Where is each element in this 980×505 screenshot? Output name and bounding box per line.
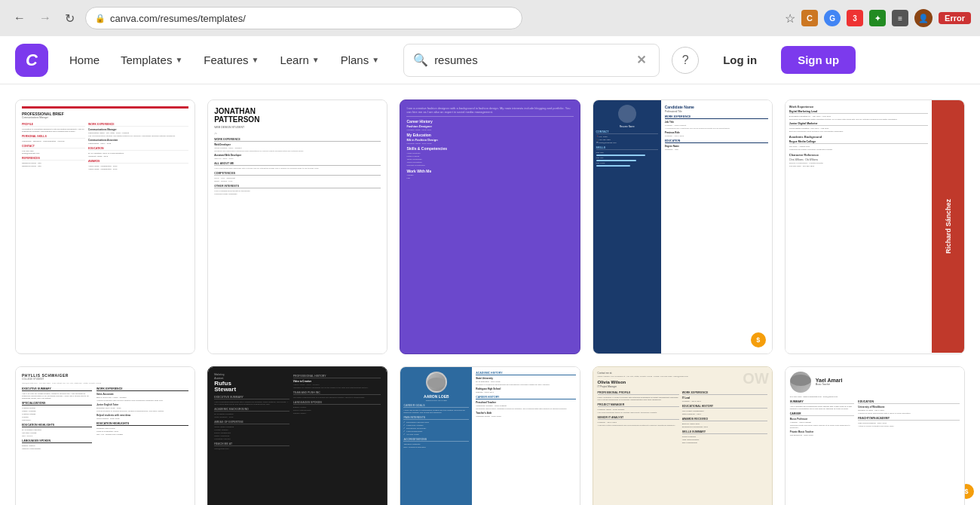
star-icon[interactable]: ☆ [785, 11, 795, 26]
template-preview: Work Experience Digital Marketing Lead B… [786, 100, 964, 353]
template-card[interactable]: AARON LOEB PRESCHOOL TEACHER Career Goal… [400, 366, 580, 506]
lock-icon: 🔒 [95, 14, 106, 23]
login-button[interactable]: Log in [708, 47, 772, 72]
template-preview: AARON LOEB PRESCHOOL TEACHER Career Goal… [400, 367, 579, 506]
nav-right: ? Log in Sign up [672, 46, 856, 74]
template-preview: JONATHANPATTERSON WEB DESIGN STUDENT /> … [208, 100, 387, 354]
template-card[interactable]: PROFESSIONAL BRIEF Communications Manage… [15, 99, 195, 354]
template-preview: I am a creative fashion designer with a … [400, 100, 579, 354]
template-card[interactable]: PHYLLIS SCHWAIGER COLLEGE STUDENT hello@… [15, 366, 195, 506]
templates-chevron-icon: ▼ [175, 56, 182, 64]
pro-badge: $ [751, 332, 766, 347]
template-card[interactable]: OW Contact me at: Office Address: 123 An… [593, 366, 773, 506]
profile-avatar[interactable]: 👤 [914, 9, 933, 27]
features-chevron-icon: ▼ [252, 56, 259, 64]
learn-chevron-icon: ▼ [312, 56, 320, 64]
template-card[interactable]: Marketing Assistant RufusStewart Executi… [207, 366, 387, 506]
template-card[interactable]: JONATHANPATTERSON WEB DESIGN STUDENT /> … [207, 99, 387, 354]
main-nav: C Home Templates ▼ Features ▼ Learn ▼ Pl… [0, 36, 980, 84]
template-preview: Resume Name CONTACT 📍 City, State 📞 123-… [593, 100, 772, 354]
browser-chrome: ← → ↻ 🔒 canva.com/resumes/templates/ ☆ C… [0, 0, 980, 36]
extension-icon-2[interactable]: G [824, 10, 841, 26]
template-card[interactable]: Yael Amari Music Teacher 321-456-7890 · … [785, 366, 965, 506]
template-preview: Yael Amari Music Teacher 321-456-7890 · … [786, 367, 964, 506]
template-preview: PHYLLIS SCHWAIGER COLLEGE STUDENT hello@… [16, 367, 194, 506]
forward-button[interactable]: → [35, 8, 56, 28]
error-badge: Error [939, 12, 971, 24]
extension-icon-3[interactable]: 3 [847, 10, 863, 26]
nav-home[interactable]: Home [60, 47, 109, 72]
search-container[interactable]: 🔍 ✕ [403, 44, 660, 77]
browser-controls: ← → ↻ [9, 8, 79, 29]
nav-features[interactable]: Features ▼ [194, 47, 268, 72]
signup-button[interactable]: Sign up [781, 46, 856, 74]
url-text: canva.com/resumes/templates/ [110, 13, 246, 24]
extension-icon-4[interactable]: ✦ [869, 10, 886, 26]
plans-chevron-icon: ▼ [372, 56, 379, 64]
templates-grid: PROFESSIONAL BRIEF Communications Manage… [0, 84, 980, 505]
canva-logo[interactable]: C [15, 44, 48, 77]
template-preview: OW Contact me at: Office Address: 123 An… [593, 367, 772, 506]
help-button[interactable]: ? [672, 47, 699, 74]
nav-items: Home Templates ▼ Features ▼ Learn ▼ Plan… [60, 47, 388, 72]
nav-plans[interactable]: Plans ▼ [332, 47, 388, 72]
extension-icon-1[interactable]: C [801, 10, 818, 26]
template-preview: PROFESSIONAL BRIEF Communications Manage… [16, 100, 194, 353]
nav-templates[interactable]: Templates ▼ [112, 47, 191, 72]
address-bar[interactable]: 🔒 canva.com/resumes/templates/ [85, 7, 522, 29]
search-input[interactable] [434, 54, 630, 66]
template-card[interactable]: I am a creative fashion designer with a … [400, 99, 580, 354]
browser-right-actions: ☆ C G 3 ✦ ≡ 👤 Error [785, 9, 971, 27]
template-card[interactable]: Resume Name CONTACT 📍 City, State 📞 123-… [593, 99, 773, 354]
refresh-button[interactable]: ↻ [60, 8, 79, 29]
extension-icon-5[interactable]: ≡ [892, 10, 908, 26]
nav-learn[interactable]: Learn ▼ [271, 47, 328, 72]
clear-search-icon[interactable]: ✕ [636, 53, 646, 67]
template-preview: Marketing Assistant RufusStewart Executi… [208, 367, 387, 506]
template-card[interactable]: Work Experience Digital Marketing Lead B… [785, 99, 965, 354]
search-icon: 🔍 [413, 53, 428, 67]
templates-content: PROFESSIONAL BRIEF Communications Manage… [0, 84, 980, 505]
back-button[interactable]: ← [9, 8, 30, 28]
